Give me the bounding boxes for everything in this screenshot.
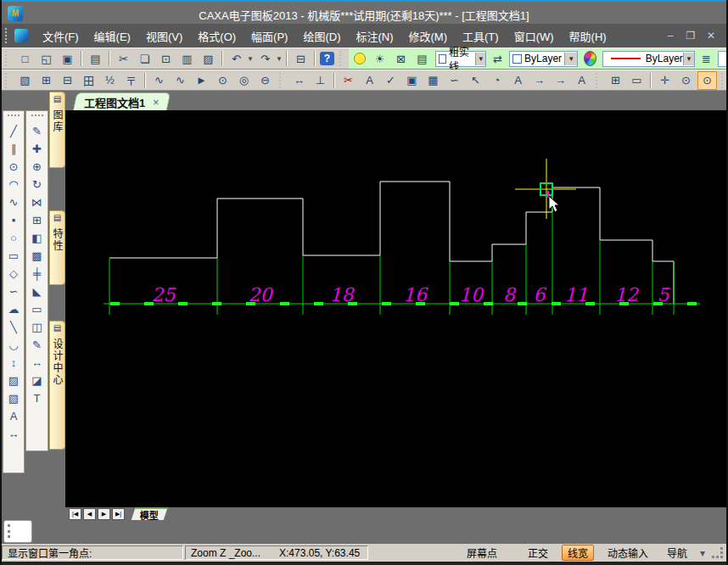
rotate-text-icon[interactable]: ◔ xyxy=(487,71,507,90)
break-line-icon[interactable]: ∿ xyxy=(171,71,190,90)
arc-icon[interactable]: ◠ xyxy=(5,176,22,193)
circle-icon[interactable]: ⊙ xyxy=(5,158,22,176)
linetype-dropdown[interactable]: ByLayer ▼ xyxy=(602,51,695,67)
point-icon[interactable]: ▪ xyxy=(5,211,22,229)
move-text-icon[interactable]: → xyxy=(551,71,570,90)
leader-text-icon[interactable]: A xyxy=(360,71,379,90)
drawing-canvas[interactable]: 25201816108611125 xyxy=(65,110,728,507)
view-manager-icon[interactable]: ⊞ xyxy=(606,71,625,90)
rotate-icon[interactable]: ↻ xyxy=(29,176,46,193)
menu-item-P[interactable]: 幅面(P) xyxy=(244,27,295,47)
minimize-icon[interactable]: – xyxy=(664,30,677,42)
copy-object-icon[interactable]: ⊕ xyxy=(29,158,46,176)
align-arrow-icon[interactable]: → xyxy=(529,71,549,90)
first-sheet-button[interactable]: |◀ xyxy=(69,508,81,520)
fraction-text-icon[interactable]: ½ xyxy=(100,71,120,90)
toolbar-grip[interactable] xyxy=(5,51,11,66)
revision-cloud-icon[interactable]: ☁ xyxy=(5,300,22,318)
title-table-icon[interactable]: 〒 xyxy=(121,71,141,90)
open-file-icon[interactable]: ◱ xyxy=(36,49,56,68)
resize-grip[interactable] xyxy=(712,547,723,558)
tolerance-icon[interactable]: A xyxy=(572,71,591,90)
check-mark-icon[interactable]: ✓ xyxy=(381,71,400,90)
polyline-edit-icon[interactable]: ∽ xyxy=(445,71,464,90)
layer-freeze-icon[interactable]: ☀ xyxy=(370,49,389,68)
scale-text-icon[interactable]: ↖ xyxy=(466,71,485,90)
move-icon[interactable]: ✚ xyxy=(29,140,46,158)
restore-icon[interactable]: ❐ xyxy=(684,30,697,42)
stretch-icon[interactable]: ▩ xyxy=(29,247,46,265)
linear-dimension-icon[interactable]: ↔ xyxy=(289,71,309,90)
menu-item-F[interactable]: 文件(F) xyxy=(35,27,87,47)
dimension-edit-icon[interactable]: ✎ xyxy=(29,336,46,354)
toolbar-grip[interactable] xyxy=(339,51,345,66)
parallel-line-icon[interactable]: ∥ xyxy=(5,140,22,158)
toggle-动态输入[interactable]: 动态输入 xyxy=(602,545,653,560)
save-file-icon[interactable]: ▣ xyxy=(58,49,77,68)
color-wheel-icon[interactable] xyxy=(584,51,596,66)
toolbar-grip[interactable] xyxy=(31,115,43,120)
layer-print-icon[interactable]: ▤ xyxy=(412,49,432,68)
toolbar-grip[interactable] xyxy=(5,73,11,88)
last-sheet-button[interactable]: ▶| xyxy=(112,508,125,520)
raster-image-icon[interactable]: ▦ xyxy=(423,71,443,90)
toggle-导航[interactable]: 导航 xyxy=(662,545,692,560)
wave-line-icon[interactable]: ∿ xyxy=(149,71,169,90)
zoom-icon[interactable]: ⊙ xyxy=(676,71,696,90)
toolbar-grip[interactable] xyxy=(721,73,727,88)
new-file-icon[interactable]: □ xyxy=(15,49,35,68)
menu-item-W[interactable]: 窗口(W) xyxy=(507,27,562,47)
close-icon[interactable]: ✕ xyxy=(704,30,718,42)
hatch-icon[interactable]: ▨ xyxy=(5,372,22,389)
linestyle-dropdown[interactable]: 粗实线 ▼ xyxy=(435,51,486,67)
section-view-icon[interactable]: ⊖ xyxy=(255,71,275,90)
menu-item-E[interactable]: 编辑(E) xyxy=(87,27,138,47)
copy-icon[interactable]: ❏ xyxy=(135,49,154,68)
break-icon[interactable]: ╪ xyxy=(29,265,46,282)
redo-dropdown-arrow[interactable]: ▼ xyxy=(276,55,283,63)
mirror-icon[interactable]: ⋈ xyxy=(29,193,46,211)
zoom-window-icon[interactable]: ⊙ xyxy=(697,71,717,90)
toolbar-grip[interactable] xyxy=(8,115,20,120)
spline-icon[interactable]: ∿ xyxy=(5,193,22,211)
menu-item-D[interactable]: 绘图(D) xyxy=(295,27,348,47)
balloon-icon[interactable]: ◎ xyxy=(234,71,254,90)
cut-icon[interactable]: ✂ xyxy=(114,49,133,68)
rectangle-icon[interactable]: ▭ xyxy=(5,247,22,265)
trim-red-icon[interactable]: ✂ xyxy=(339,71,358,90)
tab-close-icon[interactable]: × xyxy=(153,96,160,109)
style-save-icon[interactable]: ◪ xyxy=(29,372,46,389)
undo-dropdown-arrow[interactable]: ▼ xyxy=(247,55,255,63)
toolbar-grip[interactable] xyxy=(279,73,285,88)
menubar-grip[interactable] xyxy=(5,28,11,43)
undo-icon[interactable]: ↶ xyxy=(227,49,246,68)
linetype-dropdown-arrow[interactable]: ▼ xyxy=(683,53,694,65)
extend-box-icon[interactable]: ▭ xyxy=(29,300,46,318)
toolbar-grip[interactable] xyxy=(596,73,602,88)
menu-item-M[interactable]: 修改(M) xyxy=(401,27,456,47)
chamfer-icon[interactable]: ◣ xyxy=(29,282,46,300)
paste-special-icon[interactable]: ▨ xyxy=(199,49,218,68)
menu-item-H[interactable]: 帮助(H) xyxy=(562,27,614,47)
layer-on-icon[interactable] xyxy=(354,53,366,64)
sketch-edit-icon[interactable]: ✎ xyxy=(29,122,46,140)
frame-text-icon[interactable]: ▣ xyxy=(402,71,422,90)
window-select-icon[interactable]: ▧ xyxy=(15,71,35,90)
contour-icon[interactable]: ◡ xyxy=(5,336,22,354)
polygon-icon[interactable]: ◇ xyxy=(5,265,22,282)
curve-icon[interactable]: ∽ xyxy=(5,282,22,300)
help-icon[interactable]: ? xyxy=(320,52,334,65)
layer-lock-icon[interactable]: ⊠ xyxy=(391,49,411,68)
array-icon[interactable]: ⊞ xyxy=(29,211,46,229)
linetype-manager-icon[interactable]: ≣ xyxy=(698,49,714,68)
document-tab[interactable]: 工程图文档1 × xyxy=(73,92,171,111)
side-tab-图库[interactable]: ▤图库 xyxy=(49,92,65,168)
text-icon[interactable]: A xyxy=(5,407,22,425)
paste-icon[interactable]: ▥ xyxy=(177,49,197,68)
strike-text-icon[interactable]: A xyxy=(508,71,528,90)
linestyle-dropdown-arrow[interactable]: ▼ xyxy=(475,53,485,65)
line-icon[interactable]: ╱ xyxy=(5,122,22,140)
table-icon[interactable]: 田 xyxy=(79,71,98,90)
menu-item-V[interactable]: 视图(V) xyxy=(138,27,190,47)
toggle-正交[interactable]: 正交 xyxy=(523,545,553,560)
